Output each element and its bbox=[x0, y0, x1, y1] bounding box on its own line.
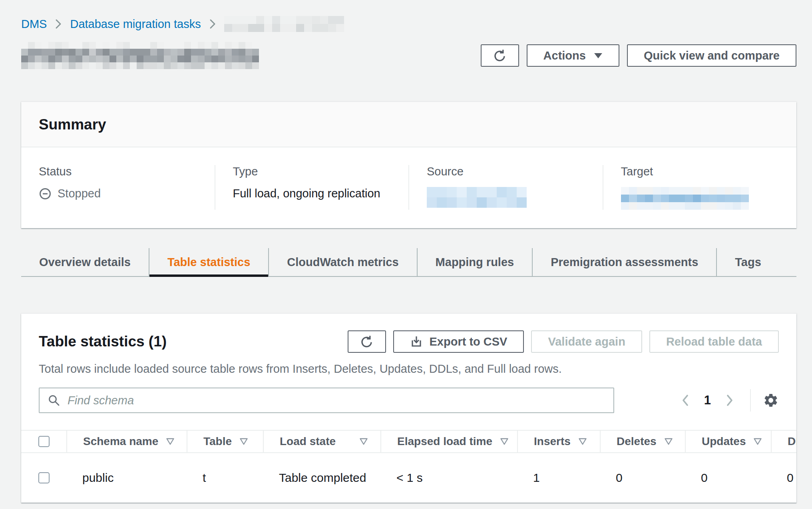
pagination: 1 bbox=[679, 389, 779, 412]
table-preferences-button[interactable] bbox=[763, 392, 779, 408]
summary-title: Summary bbox=[39, 116, 779, 133]
target-label: Target bbox=[621, 165, 781, 178]
tab-overview-details[interactable]: Overview details bbox=[21, 248, 149, 276]
cell-schema-name: public bbox=[66, 471, 187, 485]
refresh-button[interactable] bbox=[481, 44, 519, 67]
target-value-redacted[interactable] bbox=[621, 187, 749, 210]
reload-button-label: Reload table data bbox=[666, 335, 762, 348]
cell-elapsed-load-time: < 1 s bbox=[380, 471, 517, 485]
column-label: Updates bbox=[702, 435, 746, 448]
sort-icon[interactable] bbox=[359, 437, 368, 446]
actions-button[interactable]: Actions bbox=[527, 44, 619, 67]
chevron-left-icon bbox=[681, 394, 690, 407]
column-label: Elapsed load time bbox=[397, 435, 492, 448]
breadcrumb-link-dms[interactable]: DMS bbox=[21, 18, 47, 31]
validate-again-button[interactable]: Validate again bbox=[531, 330, 642, 353]
table-statistics-title: Table statistics (1) bbox=[39, 333, 167, 350]
pager-divider bbox=[750, 389, 751, 412]
tab-bar: Overview details Table statistics CloudW… bbox=[21, 248, 796, 277]
page-actions: Actions Quick view and compare bbox=[481, 44, 796, 67]
column-label: Table bbox=[203, 435, 232, 448]
column-label: Inserts bbox=[534, 435, 571, 448]
chevron-right-icon bbox=[725, 394, 734, 407]
sort-icon[interactable] bbox=[753, 437, 762, 446]
column-header-updates[interactable]: Updates bbox=[685, 430, 771, 453]
table-scroll-area[interactable]: Schema name Table Load state Elapsed loa… bbox=[21, 430, 796, 503]
tab-premigration-assessments[interactable]: Premigration assessments bbox=[532, 248, 716, 276]
source-value-redacted[interactable] bbox=[427, 187, 527, 208]
page: DMS Database migration tasks Actions bbox=[0, 0, 812, 503]
summary-card: Summary Status Stopped Type Full load, bbox=[21, 102, 796, 228]
table-row[interactable]: public t Table completed < 1 s 1 0 0 0 bbox=[21, 453, 796, 503]
column-header-inserts[interactable]: Inserts bbox=[517, 430, 600, 453]
cell-table: t bbox=[187, 471, 263, 485]
breadcrumb-current-redacted bbox=[224, 16, 344, 32]
select-all-checkbox[interactable] bbox=[38, 436, 50, 447]
row-checkbox[interactable] bbox=[38, 472, 50, 483]
breadcrumb: DMS Database migration tasks bbox=[21, 16, 796, 32]
caret-down-icon bbox=[594, 53, 603, 59]
row-select-cell bbox=[21, 472, 66, 483]
export-button-label: Export to CSV bbox=[429, 335, 507, 348]
tab-mapping-rules[interactable]: Mapping rules bbox=[417, 248, 532, 276]
refresh-icon bbox=[360, 334, 374, 349]
table-refresh-button[interactable] bbox=[348, 330, 386, 353]
export-to-csv-button[interactable]: Export to CSV bbox=[393, 330, 524, 353]
next-page-button[interactable] bbox=[723, 391, 736, 410]
table-statistics-card: Table statistics (1) bbox=[21, 314, 796, 503]
table-statistics-actions: Export to CSV Validate again Reload tabl… bbox=[348, 330, 779, 353]
sort-icon[interactable] bbox=[664, 437, 673, 446]
summary-field-type: Type Full load, ongoing replication bbox=[215, 165, 409, 210]
table-filter-row: 1 bbox=[39, 388, 779, 413]
column-label: Load state bbox=[280, 435, 336, 448]
find-schema-input[interactable] bbox=[39, 388, 614, 413]
page-title-redacted bbox=[21, 42, 259, 69]
summary-field-target: Target bbox=[603, 165, 797, 210]
source-label: Source bbox=[427, 165, 587, 178]
column-header-table[interactable]: Table bbox=[187, 430, 263, 453]
previous-page-button[interactable] bbox=[679, 391, 692, 410]
column-label: Deletes bbox=[617, 435, 657, 448]
tab-tags[interactable]: Tags bbox=[716, 248, 779, 276]
sort-icon[interactable] bbox=[165, 437, 175, 446]
column-label: DDLs bbox=[788, 435, 796, 448]
table-statistics-description: Total rows include loaded source table r… bbox=[39, 362, 779, 376]
tab-cloudwatch-metrics[interactable]: CloudWatch metrics bbox=[268, 248, 416, 276]
schema-search bbox=[39, 388, 614, 413]
summary-field-status: Status Stopped bbox=[21, 165, 215, 210]
cell-load-state: Table completed bbox=[263, 471, 380, 485]
cell-deletes: 0 bbox=[600, 471, 685, 485]
tab-table-statistics[interactable]: Table statistics bbox=[149, 248, 268, 276]
reload-table-data-button[interactable]: Reload table data bbox=[649, 330, 779, 353]
sort-icon[interactable] bbox=[239, 437, 249, 446]
table-statistics-header: Table statistics (1) bbox=[21, 314, 796, 430]
status-label: Status bbox=[39, 165, 199, 178]
validate-button-label: Validate again bbox=[548, 335, 625, 348]
column-label: Schema name bbox=[83, 435, 158, 448]
column-header-load-state[interactable]: Load state bbox=[263, 430, 380, 453]
quick-view-button-label: Quick view and compare bbox=[644, 49, 780, 62]
stopped-status-icon bbox=[39, 187, 52, 200]
column-header-ddls[interactable]: DDLs bbox=[771, 430, 796, 453]
sort-icon[interactable] bbox=[578, 437, 587, 446]
status-text: Stopped bbox=[58, 187, 101, 200]
column-header-deletes[interactable]: Deletes bbox=[600, 430, 685, 453]
quick-view-and-compare-button[interactable]: Quick view and compare bbox=[627, 44, 796, 67]
page-header: Actions Quick view and compare bbox=[21, 42, 796, 70]
download-icon bbox=[410, 335, 423, 348]
gear-icon bbox=[763, 392, 779, 408]
chevron-right-icon bbox=[55, 18, 62, 30]
table-header-row: Schema name Table Load state Elapsed loa… bbox=[21, 430, 796, 453]
column-header-schema-name[interactable]: Schema name bbox=[66, 430, 187, 453]
cell-ddls: 0 bbox=[771, 471, 796, 485]
current-page-number[interactable]: 1 bbox=[704, 393, 711, 408]
summary-card-header: Summary bbox=[21, 102, 796, 147]
sort-icon[interactable] bbox=[500, 437, 509, 446]
column-header-elapsed-load-time[interactable]: Elapsed load time bbox=[380, 430, 517, 453]
cell-inserts: 1 bbox=[517, 471, 600, 485]
select-all-cell bbox=[21, 430, 66, 453]
cell-updates: 0 bbox=[685, 471, 771, 485]
breadcrumb-link-tasks[interactable]: Database migration tasks bbox=[70, 18, 201, 31]
status-value: Stopped bbox=[39, 187, 199, 200]
actions-button-label: Actions bbox=[543, 49, 586, 62]
